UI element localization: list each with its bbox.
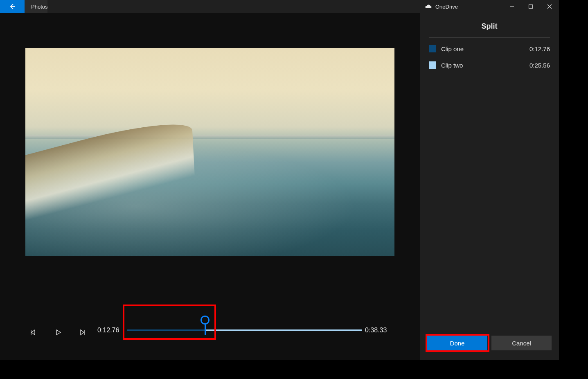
cloud-icon — [425, 4, 432, 9]
frame-back-button[interactable] — [29, 327, 38, 337]
clip-two-duration: 0:25.56 — [529, 62, 550, 69]
window-controls — [502, 0, 559, 13]
maximize-button[interactable] — [521, 0, 540, 13]
svg-marker-7 — [56, 330, 61, 335]
clip-two-label: Clip two — [441, 62, 463, 69]
close-button[interactable] — [540, 0, 559, 13]
onedrive-indicator[interactable]: OneDrive — [420, 4, 458, 10]
svg-rect-2 — [529, 5, 533, 9]
minimize-button[interactable] — [502, 0, 521, 13]
clip-two-swatch-icon — [429, 61, 436, 69]
timeline-current-time: 0:12.76 — [97, 327, 119, 334]
panel-footer: Done Cancel — [420, 327, 559, 360]
clip-list: Clip one 0:12.76 Clip two 0:25.56 — [420, 38, 559, 76]
clip-one-swatch-icon — [429, 45, 436, 52]
titlebar: Photos OneDrive — [0, 0, 559, 13]
timeline-clip-two-segment — [205, 329, 362, 331]
timeline-total-time: 0:38.33 — [365, 327, 387, 334]
panel-title: Split — [429, 13, 550, 38]
app-title: Photos — [25, 0, 47, 13]
main-area: 0:12.76 0:38.33 — [0, 13, 420, 360]
clip-one-label: Clip one — [441, 45, 464, 52]
clip-row-one[interactable]: Clip one 0:12.76 — [429, 45, 550, 52]
split-marker[interactable] — [201, 316, 210, 335]
done-button[interactable]: Done — [427, 336, 487, 350]
play-button[interactable] — [53, 327, 63, 337]
split-marker-handle-icon — [201, 316, 210, 325]
clip-one-duration: 0:12.76 — [529, 45, 550, 52]
titlebar-right: OneDrive — [420, 0, 559, 13]
arrow-left-icon — [9, 3, 16, 10]
frame-forward-button[interactable] — [78, 327, 88, 337]
timeline-track[interactable] — [127, 329, 362, 331]
cancel-button[interactable]: Cancel — [491, 336, 552, 350]
clip-row-two[interactable]: Clip two 0:25.56 — [429, 61, 550, 69]
svg-marker-8 — [81, 330, 84, 335]
timeline-clip-one-segment — [127, 329, 205, 331]
body: 0:12.76 0:38.33 Split — [0, 13, 559, 360]
onedrive-label: OneDrive — [435, 4, 458, 10]
back-button[interactable] — [0, 0, 25, 13]
video-frame — [25, 48, 394, 256]
svg-marker-5 — [32, 330, 35, 335]
split-panel: Split Clip one 0:12.76 Clip two 0:25.56 — [420, 13, 559, 360]
titlebar-spacer — [47, 0, 420, 13]
playback-controls: 0:12.76 0:38.33 — [0, 291, 420, 360]
photos-app-window: Photos OneDrive — [0, 0, 559, 360]
video-preview-area — [0, 13, 420, 291]
